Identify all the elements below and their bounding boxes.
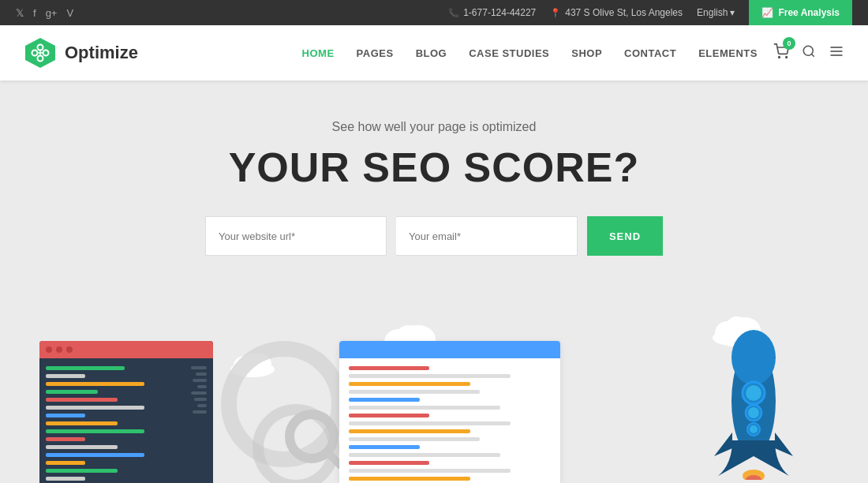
hero-form: SEND bbox=[205, 216, 663, 256]
browser-line bbox=[349, 374, 511, 378]
cart-button[interactable]: 0 bbox=[773, 43, 789, 62]
svg-point-9 bbox=[803, 46, 813, 55]
code-line bbox=[46, 382, 144, 386]
code-line bbox=[46, 445, 118, 449]
menu-button[interactable] bbox=[829, 43, 844, 62]
sidebar-line bbox=[197, 404, 207, 407]
code-line bbox=[46, 374, 85, 378]
nav-case-studies[interactable]: CASE STUDIES bbox=[469, 47, 549, 59]
sidebar-line bbox=[193, 379, 207, 382]
browser-line bbox=[349, 453, 500, 457]
chart-icon: 📈 bbox=[761, 7, 773, 18]
browser-line bbox=[349, 390, 480, 394]
code-line bbox=[46, 453, 144, 457]
address-info: 📍 437 S Olive St, Los Angeles bbox=[550, 7, 683, 18]
svg-point-7 bbox=[779, 57, 780, 58]
hero-subtitle: See how well your page is optimized bbox=[332, 120, 537, 134]
svg-point-31 bbox=[746, 385, 761, 401]
cart-badge: 0 bbox=[783, 37, 795, 50]
top-bar-right: 📞 1-677-124-44227 📍 437 S Olive St, Los … bbox=[448, 0, 852, 25]
logo-icon bbox=[24, 36, 57, 69]
phone-info: 📞 1-677-124-44227 bbox=[448, 7, 536, 18]
address-text: 437 S Olive St, Los Angeles bbox=[565, 7, 683, 18]
editor-close-dot bbox=[46, 346, 52, 353]
editor-expand-dot bbox=[66, 346, 73, 353]
logo-text: Optimize bbox=[65, 43, 138, 63]
sidebar-line bbox=[191, 366, 207, 369]
browser-line bbox=[349, 477, 470, 481]
code-line bbox=[46, 366, 125, 370]
nav-blog[interactable]: BLOG bbox=[416, 47, 447, 59]
code-line bbox=[46, 414, 85, 417]
code-line bbox=[46, 421, 118, 425]
code-line bbox=[46, 398, 118, 402]
sidebar-line bbox=[191, 391, 207, 395]
browser-line bbox=[349, 398, 420, 402]
google-plus-icon[interactable]: g+ bbox=[46, 7, 58, 19]
send-button[interactable]: SEND bbox=[587, 216, 663, 256]
twitter-icon[interactable]: 𝕏 bbox=[16, 7, 24, 19]
phone-number: 1-677-124-44227 bbox=[463, 7, 536, 18]
top-bar: 𝕏 f g+ V 📞 1-677-124-44227 📍 437 S Olive… bbox=[0, 0, 868, 25]
browser-window-illustration bbox=[339, 341, 560, 483]
nav-shop[interactable]: SHOP bbox=[571, 47, 602, 59]
nav-home[interactable]: HOME bbox=[302, 47, 335, 59]
browser-line bbox=[349, 382, 470, 386]
browser-line bbox=[349, 437, 480, 441]
free-analysis-button[interactable]: 📈 Free Analysis bbox=[749, 0, 852, 25]
code-line bbox=[46, 477, 85, 481]
nav-contact[interactable]: CONTACT bbox=[624, 47, 676, 59]
sidebar-line bbox=[197, 385, 207, 388]
search-icon bbox=[802, 44, 816, 58]
language-selector[interactable]: English ▾ bbox=[697, 7, 735, 18]
browser-line bbox=[349, 421, 511, 425]
location-icon: 📍 bbox=[550, 8, 561, 18]
logo[interactable]: Optimize bbox=[24, 36, 138, 69]
browser-line bbox=[349, 461, 429, 465]
svg-point-35 bbox=[750, 425, 758, 433]
code-line bbox=[46, 461, 85, 465]
svg-point-29 bbox=[731, 330, 776, 385]
website-url-input[interactable] bbox=[205, 216, 387, 256]
chevron-down-icon: ▾ bbox=[730, 7, 735, 18]
nav-pages[interactable]: PAGES bbox=[357, 47, 394, 59]
sidebar-line bbox=[194, 398, 207, 401]
rocket-illustration bbox=[702, 322, 805, 483]
svg-point-33 bbox=[748, 407, 759, 418]
code-line bbox=[46, 437, 85, 441]
svg-point-8 bbox=[786, 57, 788, 58]
rocket-svg bbox=[702, 322, 805, 480]
code-line bbox=[46, 429, 144, 433]
phone-icon: 📞 bbox=[448, 8, 459, 18]
sidebar-line bbox=[196, 373, 207, 376]
navbar: Optimize HOME PAGES BLOG CASE STUDIES SH… bbox=[0, 25, 868, 80]
sidebar-line bbox=[193, 410, 207, 414]
facebook-icon[interactable]: f bbox=[33, 7, 36, 19]
editor-minimize-dot bbox=[56, 346, 62, 353]
editor-header bbox=[39, 341, 213, 358]
language-label: English bbox=[697, 7, 728, 18]
code-line bbox=[46, 406, 144, 410]
browser-body bbox=[339, 358, 560, 483]
editor-code-lines bbox=[46, 366, 177, 483]
browser-line bbox=[349, 406, 500, 410]
magnifier-illustration bbox=[284, 409, 347, 475]
code-line bbox=[46, 469, 118, 473]
vimeo-icon[interactable]: V bbox=[66, 7, 73, 19]
browser-line bbox=[349, 366, 429, 370]
hero-title: YOUR SEO SCORE? bbox=[229, 144, 640, 191]
nav-elements[interactable]: ELEMENTS bbox=[698, 47, 758, 59]
hero-section: See how well your page is optimized YOUR… bbox=[0, 80, 868, 483]
free-analysis-label: Free Analysis bbox=[778, 7, 840, 18]
email-input[interactable] bbox=[396, 216, 578, 256]
browser-line bbox=[349, 429, 470, 433]
nav-icons: 0 bbox=[773, 43, 844, 62]
illustration-area bbox=[0, 325, 868, 483]
browser-line bbox=[349, 469, 511, 473]
nav-menu: HOME PAGES BLOG CASE STUDIES SHOP CONTAC… bbox=[302, 47, 758, 59]
search-button[interactable] bbox=[802, 44, 816, 62]
svg-line-10 bbox=[811, 54, 814, 56]
editor-sidebar bbox=[183, 366, 207, 483]
hamburger-icon bbox=[829, 43, 844, 59]
code-line bbox=[46, 390, 98, 394]
